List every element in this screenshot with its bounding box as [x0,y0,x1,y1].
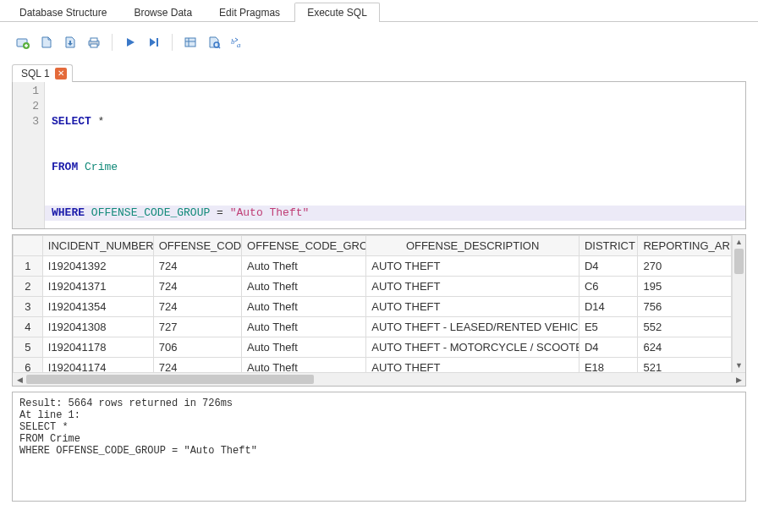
scroll-thumb[interactable] [734,249,744,274]
row-number: 1 [14,256,43,277]
tab-browse-data[interactable]: Browse Data [121,3,205,22]
svg-rect-6 [185,38,195,47]
line-number: 1 [13,84,39,99]
line-number-gutter: 1 2 3 [13,82,45,228]
cell-incident[interactable]: I192041308 [42,317,153,337]
table-row[interactable]: 2I192041371724Auto TheftAUTO THEFTC6195 [14,277,732,297]
tab-execute-sql[interactable]: Execute SQL [294,3,380,22]
sql-string: "Auto Theft" [230,206,310,219]
cell-group[interactable]: Auto Theft [242,297,366,317]
cell-group[interactable]: Auto Theft [242,358,366,373]
rownum-header[interactable] [14,236,43,256]
col-incident-number[interactable]: INCIDENT_NUMBER [42,236,153,256]
cell-reporting[interactable]: 756 [638,297,732,317]
sql-keyword: SELECT [52,115,91,128]
col-offense-code[interactable]: OFFENSE_CODE [153,236,241,256]
tab-database-structure[interactable]: Database Structure [7,3,119,22]
cell-incident[interactable]: I192041392 [42,256,153,277]
execute-icon[interactable] [121,33,140,52]
cell-incident[interactable]: I192041178 [42,337,153,358]
svg-text:b: b [231,37,235,46]
toolbar-separator [112,34,113,51]
cell-group[interactable]: Auto Theft [242,337,366,358]
status-log: Result: 5664 rows returned in 726ms At l… [12,392,746,502]
scroll-thumb[interactable] [26,375,314,384]
sql-toolbar: ba [0,22,758,61]
cell-reporting[interactable]: 195 [638,277,732,297]
toolbar-separator [172,34,173,51]
cell-district[interactable]: C6 [579,277,638,297]
scroll-left-icon[interactable]: ◀ [13,373,26,387]
horizontal-scrollbar[interactable]: ◀ ▶ [13,372,745,386]
table-row[interactable]: 4I192041308727Auto TheftAUTO THEFT - LEA… [14,317,732,337]
cell-district[interactable]: E18 [579,358,638,373]
cell-incident[interactable]: I192041174 [42,358,153,373]
svg-rect-4 [91,44,97,47]
cell-code[interactable]: 724 [153,297,241,317]
row-number: 6 [14,358,43,373]
cell-incident[interactable]: I192041371 [42,277,153,297]
main-tabs: Database Structure Browse Data Edit Prag… [0,0,758,22]
cell-code[interactable]: 727 [153,317,241,337]
cell-code[interactable]: 706 [153,337,241,358]
cell-reporting[interactable]: 270 [638,256,732,277]
svg-rect-5 [157,38,158,47]
cell-group[interactable]: Auto Theft [242,317,366,337]
open-file-icon[interactable] [37,33,56,52]
cell-desc[interactable]: AUTO THEFT - MOTORCYCLE / SCOOTER [366,337,579,358]
scroll-up-icon[interactable]: ▲ [733,235,745,249]
sql-tab-1[interactable]: SQL 1 ✕ [12,64,73,82]
col-offense-code-group[interactable]: OFFENSE_CODE_GROUP [242,236,366,256]
table-row[interactable]: 1I192041392724Auto TheftAUTO THEFTD4270 [14,256,732,277]
code-area[interactable]: SELECT * FROM Crime WHERE OFFENSE_CODE_G… [45,82,745,228]
col-offense-description[interactable]: OFFENSE_DESCRIPTION [366,236,579,256]
cell-district[interactable]: E5 [579,317,638,337]
cell-desc[interactable]: AUTO THEFT [366,256,579,277]
sql-editor[interactable]: 1 2 3 SELECT * FROM Crime WHERE OFFENSE_… [12,81,746,229]
sql-identifier: Crime [85,161,118,173]
cell-desc[interactable]: AUTO THEFT - LEASED/RENTED VEHICLE [366,317,579,337]
scroll-right-icon[interactable]: ▶ [732,373,745,387]
row-number: 4 [14,317,43,337]
tab-edit-pragmas[interactable]: Edit Pragmas [206,3,293,22]
cell-desc[interactable]: AUTO THEFT [366,277,579,297]
new-tab-icon[interactable] [14,33,32,52]
save-file-icon[interactable] [61,33,80,52]
sql-identifier: OFFENSE_CODE_GROUP [91,206,210,219]
table-row[interactable]: 5I192041178706Auto TheftAUTO THEFT - MOT… [14,337,732,358]
cell-reporting[interactable]: 624 [638,337,732,358]
sql-operator: = [210,206,229,219]
sql-keyword: WHERE [52,206,85,219]
print-icon[interactable] [85,33,103,52]
cell-district[interactable]: D4 [579,256,638,277]
cell-desc[interactable]: AUTO THEFT [366,358,579,373]
execute-line-icon[interactable] [145,33,163,52]
col-reporting-area[interactable]: REPORTING_ARI [638,236,732,256]
find-replace-icon[interactable]: ba [228,33,247,52]
cell-district[interactable]: D14 [579,297,638,317]
cell-group[interactable]: Auto Theft [242,256,366,277]
line-number: 2 [13,99,39,114]
cell-reporting[interactable]: 521 [638,358,732,373]
cell-incident[interactable]: I192041354 [42,297,153,317]
scroll-down-icon[interactable]: ▼ [733,359,745,372]
table-row[interactable]: 3I192041354724Auto TheftAUTO THEFTD14756 [14,297,732,317]
close-tab-icon[interactable]: ✕ [55,68,67,80]
cell-district[interactable]: D4 [579,337,638,358]
vertical-scrollbar[interactable]: ▲ ▼ [732,235,745,372]
svg-rect-3 [91,38,97,41]
cell-code[interactable]: 724 [153,358,241,373]
cell-desc[interactable]: AUTO THEFT [366,297,579,317]
results-panel: INCIDENT_NUMBER OFFENSE_CODE OFFENSE_COD… [12,234,746,387]
cell-group[interactable]: Auto Theft [242,277,366,297]
cell-code[interactable]: 724 [153,277,241,297]
cell-code[interactable]: 724 [153,256,241,277]
col-district[interactable]: DISTRICT [579,236,638,256]
save-results-icon[interactable] [181,33,200,52]
results-grid[interactable]: INCIDENT_NUMBER OFFENSE_CODE OFFENSE_COD… [13,235,732,372]
table-row[interactable]: 6I192041174724Auto TheftAUTO THEFTE18521 [14,358,732,373]
sql-text: * [91,115,105,128]
find-icon[interactable] [205,33,223,52]
sql-tab-label: SQL 1 [21,68,50,80]
cell-reporting[interactable]: 552 [638,317,732,337]
